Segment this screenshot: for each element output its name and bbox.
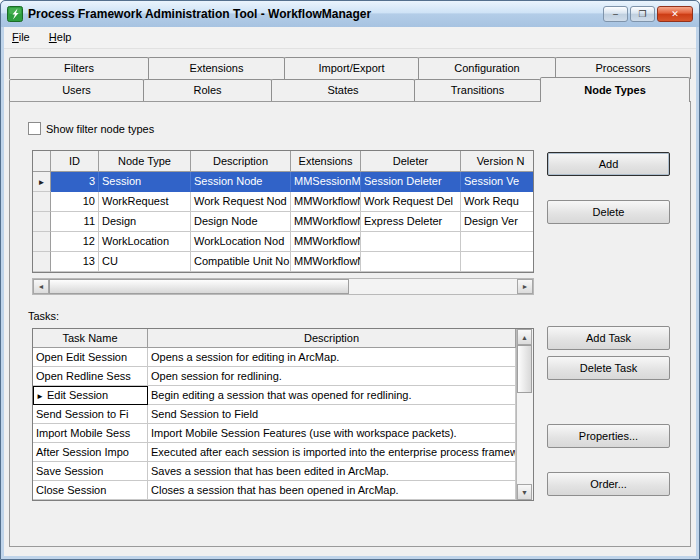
column-header-extensions[interactable]: Extensions: [291, 151, 361, 172]
node-row-cu[interactable]: 13 CU Compatible Unit No MMWorkflowN: [33, 252, 533, 272]
close-button[interactable]: ✕: [657, 6, 693, 22]
task-name-cell: ►Edit Session: [33, 386, 148, 405]
vscroll-thumb[interactable]: [517, 345, 532, 393]
cell-id: 10: [51, 192, 99, 212]
cell-id: 3: [51, 172, 99, 192]
properties-button[interactable]: Properties...: [547, 424, 670, 448]
cell-description: Design Node: [191, 212, 291, 232]
cell-deleter: [361, 232, 461, 252]
minimize-button[interactable]: –: [603, 6, 628, 22]
cell-extensions: MMWorkflowN: [291, 252, 361, 272]
maximize-icon: ❐: [638, 10, 646, 19]
cell-node-type: WorkRequest: [99, 192, 191, 212]
column-header-task-description[interactable]: Description: [148, 329, 516, 348]
task-row[interactable]: Close Session Closes a session that has …: [33, 481, 533, 500]
vscroll-track[interactable]: [517, 393, 533, 484]
scroll-down-icon: ▼: [521, 489, 528, 496]
node-grid-corner-cell: [33, 151, 51, 172]
cell-version: [461, 232, 534, 252]
tab-transitions[interactable]: Transitions: [414, 79, 541, 101]
add-button[interactable]: Add: [547, 152, 670, 176]
task-name-cell: Close Session: [33, 481, 148, 500]
window-controls: – ❐ ✕: [603, 6, 693, 22]
cell-deleter: Express Deleter: [361, 212, 461, 232]
column-header-deleter[interactable]: Deleter: [361, 151, 461, 172]
add-task-button[interactable]: Add Task: [547, 326, 670, 350]
node-grid-hscrollbar[interactable]: ◄ ►: [32, 278, 534, 295]
menu-item-help[interactable]: Help: [41, 27, 80, 46]
cell-node-type: Design: [99, 212, 191, 232]
scroll-right-icon: ►: [522, 283, 529, 290]
node-row-session[interactable]: ► 3 Session Session Node MMSessionMa Ses…: [33, 172, 533, 192]
window-title: Process Framework Administration Tool - …: [28, 7, 597, 21]
scroll-left-icon: ◄: [38, 283, 45, 290]
task-description-cell: Begin editing a session that was opened …: [148, 386, 516, 405]
task-description-cell: Import Mobile Session Features (use with…: [148, 424, 516, 443]
dialog-body: File Help Filters Extensions Import/Expo…: [4, 27, 696, 556]
column-header-description[interactable]: Description: [191, 151, 291, 172]
delete-task-button[interactable]: Delete Task: [547, 356, 670, 380]
cell-id: 13: [51, 252, 99, 272]
task-row[interactable]: Import Mobile Sess Import Mobile Session…: [33, 424, 533, 443]
node-row-workrequest[interactable]: 10 WorkRequest Work Request Nod MMWorkfl…: [33, 192, 533, 212]
node-row-worklocation[interactable]: 12 WorkLocation WorkLocation Nod MMWorkf…: [33, 232, 533, 252]
task-description-cell: Closes a session that has been opened in…: [148, 481, 516, 500]
delete-button[interactable]: Delete: [547, 200, 670, 224]
current-row-icon: ►: [36, 392, 44, 401]
scroll-down-button[interactable]: ▼: [517, 484, 532, 500]
scroll-up-button[interactable]: ▲: [517, 329, 532, 345]
row-selector-cell: [33, 212, 51, 232]
tab-filters[interactable]: Filters: [9, 57, 149, 79]
task-name-cell: Open Edit Session: [33, 348, 148, 367]
tab-row-1: Filters Extensions Import/Export Configu…: [9, 57, 693, 79]
menubar: File Help: [4, 27, 696, 49]
row-selector-cell: [33, 232, 51, 252]
task-name-cell: Save Session: [33, 462, 148, 481]
task-row[interactable]: Open Redline Sess Open session for redli…: [33, 367, 533, 386]
tab-node-types[interactable]: Node Types: [540, 77, 690, 102]
window: Process Framework Administration Tool - …: [0, 0, 700, 560]
tab-roles[interactable]: Roles: [143, 79, 272, 101]
task-row[interactable]: Open Edit Session Opens a session for ed…: [33, 348, 533, 367]
task-row[interactable]: Send Session to Fi Send Session to Field: [33, 405, 533, 424]
column-header-version[interactable]: Version N: [461, 151, 534, 172]
task-name-cell: Import Mobile Sess: [33, 424, 148, 443]
tab-states[interactable]: States: [271, 79, 415, 101]
column-header-id[interactable]: ID: [51, 151, 99, 172]
task-description-cell: Executed after each session is imported …: [148, 443, 516, 462]
hscroll-thumb[interactable]: [49, 279, 349, 294]
cell-description: WorkLocation Nod: [191, 232, 291, 252]
cell-version: Design Ver: [461, 212, 534, 232]
tab-configuration[interactable]: Configuration: [418, 57, 556, 79]
node-row-design[interactable]: 11 Design Design Node MMWorkflowN Expres…: [33, 212, 533, 232]
tasks-grid-vscrollbar[interactable]: ▲ ▼: [516, 329, 533, 500]
task-row[interactable]: Save Session Saves a session that has be…: [33, 462, 533, 481]
node-grid-header-row: ID Node Type Description Extensions Dele…: [33, 151, 533, 172]
scroll-left-button[interactable]: ◄: [33, 279, 49, 294]
task-name-text: Edit Session: [47, 389, 108, 401]
tab-processors[interactable]: Processors: [555, 57, 691, 79]
cell-node-type: Session: [99, 172, 191, 192]
menu-item-file[interactable]: File: [4, 27, 38, 46]
task-description-cell: Opens a session for editing in ArcMap.: [148, 348, 516, 367]
task-row-current[interactable]: ►Edit Session Begin editing a session th…: [33, 386, 533, 405]
task-name-cell: After Session Impo: [33, 443, 148, 462]
cell-version: Session Ve: [461, 172, 534, 192]
row-selector-cell: [33, 252, 51, 272]
task-name-cell: Open Redline Sess: [33, 367, 148, 386]
hscroll-track[interactable]: [349, 279, 517, 294]
row-selector-icon: ►: [38, 178, 46, 187]
column-header-task-name[interactable]: Task Name: [33, 329, 148, 348]
scroll-right-button[interactable]: ►: [517, 279, 533, 294]
tab-users[interactable]: Users: [9, 79, 144, 101]
tab-import-export[interactable]: Import/Export: [284, 57, 419, 79]
tasks-grid-header-row: Task Name Description: [33, 329, 533, 348]
task-row[interactable]: After Session Impo Executed after each s…: [33, 443, 533, 462]
cell-description: Compatible Unit No: [191, 252, 291, 272]
tab-extensions[interactable]: Extensions: [148, 57, 285, 79]
maximize-button[interactable]: ❐: [630, 6, 655, 22]
order-button[interactable]: Order...: [547, 472, 670, 496]
column-header-node-type[interactable]: Node Type: [99, 151, 191, 172]
show-filter-checkbox[interactable]: [28, 122, 41, 135]
cell-deleter: [361, 252, 461, 272]
